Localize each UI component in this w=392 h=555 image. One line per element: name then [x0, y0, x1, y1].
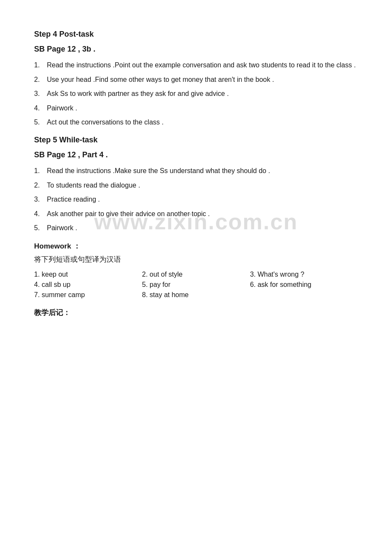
- phrase-cell: 6. ask for something: [250, 280, 358, 290]
- list-num: 2.: [34, 74, 47, 85]
- phrase-row-2: 4. call sb up 5. pay for 6. ask for some…: [34, 280, 358, 290]
- list-content: Act out the conversations to the class .: [47, 117, 358, 128]
- list-item: 5. Act out the conversations to the clas…: [34, 117, 358, 128]
- homework-title: Homework ：: [34, 241, 358, 251]
- phrase-cell: 1. keep out: [34, 269, 142, 280]
- list-content: Read the instructions .Point out the exa…: [47, 60, 358, 71]
- homework-chinese-subtitle: 将下列短语或句型译为汉语: [34, 254, 358, 264]
- phrase-row-1: 1. keep out 2. out of style 3. What's wr…: [34, 269, 358, 280]
- phrase-cell: 4. call sb up: [34, 280, 142, 290]
- list-item: 4. Ask another pair to give their advice…: [34, 208, 358, 220]
- list-item: 2. To students read the dialogue .: [34, 180, 358, 191]
- list-num: 1.: [34, 165, 47, 176]
- list-item: 1. Read the instructions .Point out the …: [34, 60, 358, 71]
- list-content: Ask another pair to give their advice on…: [47, 208, 358, 220]
- list-content: Pairwork .: [47, 103, 358, 114]
- list-item: 3. Ask Ss to work with partner as they a…: [34, 88, 358, 99]
- list-content: Use your head .Find some other ways to g…: [47, 74, 358, 85]
- phrase-grid: 1. keep out 2. out of style 3. What's wr…: [34, 269, 358, 300]
- phrase-cell: [250, 290, 358, 300]
- list-content: To students read the dialogue .: [47, 180, 358, 191]
- step5-section: Step 5 While-task SB Page 12 , Part 4 . …: [34, 136, 358, 234]
- phrase-cell: 5. pay for: [142, 280, 250, 290]
- phrase-row-3: 7. summer camp 8. stay at home: [34, 290, 358, 300]
- phrase-cell: 8. stay at home: [142, 290, 250, 300]
- list-item: 2. Use your head .Find some other ways t…: [34, 74, 358, 85]
- list-num: 5.: [34, 223, 47, 234]
- list-content: Practice reading .: [47, 194, 358, 205]
- list-item: 4. Pairwork .: [34, 103, 358, 114]
- list-num: 5.: [34, 117, 47, 128]
- step4-section: Step 4 Post-task SB Page 12 , 3b . 1. Re…: [34, 30, 358, 128]
- list-num: 3.: [34, 88, 47, 99]
- step4-list: 1. Read the instructions .Point out the …: [34, 60, 358, 128]
- list-num: 4.: [34, 208, 47, 220]
- step5-sb-heading: SB Page 12 , Part 4 .: [34, 150, 358, 159]
- step5-heading: Step 5 While-task: [34, 136, 358, 145]
- teaching-notes: 教学后记：: [34, 308, 358, 318]
- step4-heading: Step 4 Post-task: [34, 30, 358, 39]
- homework-section: Homework ： 将下列短语或句型译为汉语 1. keep out 2. o…: [34, 241, 358, 300]
- list-num: 4.: [34, 103, 47, 114]
- step5-list: 1. Read the instructions .Make sure the …: [34, 165, 358, 234]
- phrase-cell: 7. summer camp: [34, 290, 142, 300]
- step4-sb-heading: SB Page 12 , 3b .: [34, 45, 358, 54]
- list-item: 5. Pairwork .: [34, 223, 358, 234]
- phrase-cell: 3. What's wrong ?: [250, 269, 358, 280]
- list-item: 3. Practice reading .: [34, 194, 358, 205]
- list-content: Read the instructions .Make sure the Ss …: [47, 165, 358, 176]
- list-item: 1. Read the instructions .Make sure the …: [34, 165, 358, 176]
- phrase-cell: 2. out of style: [142, 269, 250, 280]
- list-num: 1.: [34, 60, 47, 71]
- list-content: Pairwork .: [47, 223, 358, 234]
- list-num: 3.: [34, 194, 47, 205]
- list-content: Ask Ss to work with partner as they ask …: [47, 88, 358, 99]
- list-num: 2.: [34, 180, 47, 191]
